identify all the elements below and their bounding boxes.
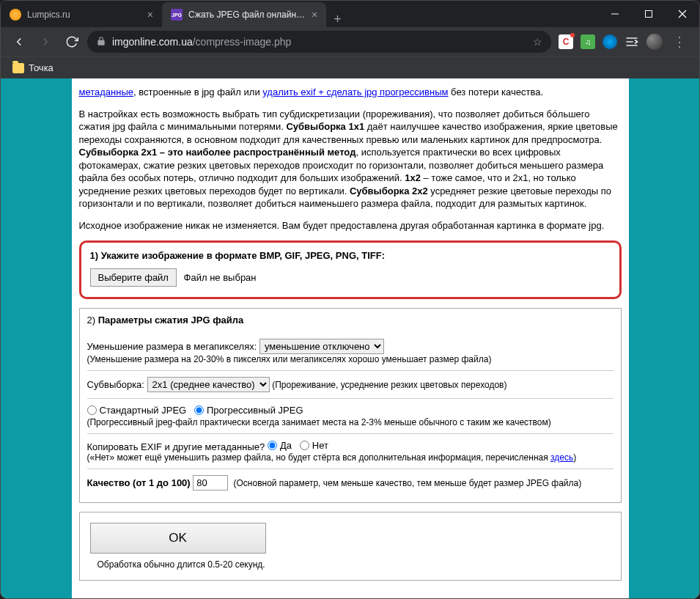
section-params-title: 2) Параметры сжатия JPG файла [87,315,614,326]
param-jpeg-type: Стандартный JPEG Прогрессивный JPEG (Про… [87,399,614,434]
label-exif-yes: Да [280,440,292,451]
tab-title: Lumpics.ru [27,10,70,20]
page-content: метаданные, встроенные в jpg файл или уд… [72,78,629,598]
favicon-jpg-icon: JPG [171,9,183,21]
radio-standard-jpeg[interactable] [87,405,97,415]
bookmarks-bar: Точка [1,56,699,78]
tab-title: Сжать JPEG файл онлайн - IMG [188,10,306,20]
close-tab-icon[interactable]: × [312,9,317,21]
param-quality-hint: (Основной параметр, чем меньше качество,… [234,478,582,488]
param-megapixels-hint: (Уменьшение размера на 20-30% в пикселях… [87,354,614,364]
link-metadata[interactable]: метаданные [79,87,134,98]
section-upload: 1) Укажите изображение в формате BMP, GI… [79,240,622,299]
param-jpeg-hint: (Прогрессивный jpeg-файл практически все… [87,417,614,427]
param-quality: Качество (от 1 до 100) (Основной парамет… [87,469,614,496]
browser-menu-button[interactable]: ⋮ [670,34,689,50]
radio-exif-no[interactable] [300,441,309,450]
ok-button[interactable]: OK [90,523,266,554]
param-subsample-label: Субвыборка: [87,379,147,390]
extension-reading-list-icon[interactable] [625,34,639,49]
bookmark-folder-tochka[interactable]: Точка [12,62,54,73]
param-exif-label: Копировать EXIF и другие метаданные? [87,441,268,452]
minimize-button[interactable] [598,1,632,27]
new-tab-button[interactable]: + [326,12,349,27]
section-params: 2) Параметры сжатия JPG файла Уменьшение… [79,308,622,503]
processing-hint: Обработка обычно длится 0.5-20 секунд. [90,559,611,570]
back-button[interactable] [8,32,30,51]
intro-paragraph-1: метаданные, встроенные в jpg файл или уд… [79,86,622,99]
reload-button[interactable] [61,32,83,51]
quality-input[interactable] [193,475,228,490]
param-subsample: Субвыборка: 2x1 (среднее качество) (Прор… [87,371,614,399]
bookmark-label: Точка [29,62,54,73]
titlebar: Lumpics.ru × JPG Сжать JPEG файл онлайн … [1,1,699,27]
tab-lumpics[interactable]: Lumpics.ru × [1,2,162,27]
favicon-lumpics-icon [10,9,21,21]
param-subsample-hint: (Прореживание, усреднение резких цветовы… [272,380,506,390]
label-exif-no: Нет [312,440,328,451]
choose-file-button[interactable]: Выберите файл [90,268,177,287]
svg-rect-1 [646,11,652,18]
url-host: imgonline.com.ua [112,36,193,48]
folder-icon [12,63,24,73]
address-bar: imgonline.com.ua/compress-image.php ☆ ⋮ [1,27,699,56]
maximize-button[interactable] [632,1,666,27]
lock-icon [96,36,106,48]
section-submit: OK Обработка обычно длится 0.5-20 секунд… [79,512,622,581]
param-megapixels-label: Уменьшение размера в мегапикселях: [87,341,259,352]
url-input[interactable]: imgonline.com.ua/compress-image.php ☆ [87,31,551,53]
section-upload-title: 1) Укажите изображение в формате BMP, GI… [90,250,611,261]
forward-button[interactable] [34,32,56,51]
label-progressive-jpeg: Прогрессивный JPEG [207,405,303,416]
bookmark-star-icon[interactable]: ☆ [533,36,542,48]
param-quality-label: Качество (от 1 до 100) [87,477,194,488]
param-exif: Копировать EXIF и другие метаданные? Да … [87,434,614,469]
subsample-select[interactable]: 2x1 (среднее качество) [147,377,270,392]
close-window-button[interactable] [666,1,699,27]
tab-imgonline[interactable]: JPG Сжать JPEG файл онлайн - IMG × [162,2,326,27]
close-tab-icon[interactable]: × [147,9,153,21]
label-standard-jpeg: Стандартный JPEG [100,405,187,416]
radio-exif-yes[interactable] [268,441,277,450]
extension-music-icon[interactable] [581,34,595,49]
link-exif-here[interactable]: здесь [550,452,573,463]
intro-paragraph-3: Исходное изображение никак не изменяется… [79,219,622,232]
param-exif-hint: («Нет» может ещё уменьшить размер файла,… [87,452,614,463]
file-status: Файл не выбран [184,272,257,283]
profile-avatar[interactable] [646,34,663,50]
intro-paragraph-2: В настройках есть возможность выбрать ти… [79,108,622,210]
extension-c-icon[interactable] [559,34,573,49]
extension-globe-icon[interactable] [603,34,617,49]
page-viewport[interactable]: метаданные, встроенные в jpg файл или уд… [1,78,699,598]
param-megapixels: Уменьшение размера в мегапикселях: умень… [87,333,614,371]
megapixels-select[interactable]: уменьшение отключено [259,339,384,354]
url-path: /compress-image.php [193,36,292,48]
link-delete-exif[interactable]: удалить exif + сделать jpg прогрессивным [262,87,448,98]
radio-progressive-jpeg[interactable] [194,405,204,415]
